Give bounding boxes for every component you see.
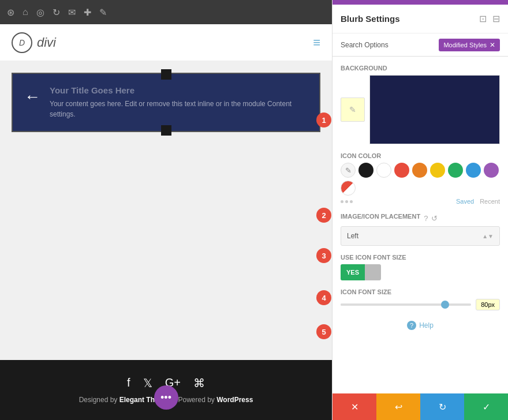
divi-header: D divi ≡ [0, 24, 332, 61]
blurb-handle-top[interactable] [161, 69, 171, 80]
background-preview [369, 75, 500, 144]
modified-styles-button[interactable]: Modified Styles ✕ [439, 39, 500, 51]
help-circle-icon: ? [407, 321, 416, 330]
search-options-label: Search Options [341, 41, 389, 49]
recent-link[interactable]: Recent [480, 198, 500, 205]
color-green[interactable] [448, 163, 463, 178]
help-row: ? Help [341, 321, 500, 330]
settings-panel: Blurb Settings ⊡ ⊟ Search Options Modifi… [332, 0, 508, 420]
placement-select[interactable]: Left ▲▼ [341, 226, 500, 246]
color-red[interactable] [394, 163, 409, 178]
background-color-swatch[interactable]: ✎ [341, 97, 365, 122]
placement-help-icon[interactable]: ? [424, 214, 428, 223]
blurb-title: Your Title Goes Here [50, 85, 308, 95]
cancel-icon: ✕ [351, 402, 358, 412]
redo-button[interactable]: ↻ [420, 393, 464, 420]
slider-row: 80px [341, 299, 500, 310]
blurb-text-area: Your Title Goes Here Your content goes h… [50, 85, 308, 119]
blurb-content: Your content goes here. Edit or remove t… [50, 99, 308, 119]
twitter-icon[interactable]: 𝕏 [143, 376, 152, 390]
blurb-icon: ← [24, 88, 40, 106]
use-icon-font-size-label: Use Icon Font Size [341, 254, 500, 261]
undo-button[interactable]: ↩ [376, 393, 420, 420]
facebook-icon[interactable]: f [127, 376, 130, 390]
color-striped[interactable] [341, 181, 356, 196]
canvas-area: ⊛ ⌂ ◎ ↻ ✉ ✚ ✎ D divi ≡ ← Your Title Goes… [0, 0, 332, 420]
rss-icon[interactable]: ⌘ [193, 376, 205, 390]
panel-title: Blurb Settings [341, 14, 400, 24]
color-blue[interactable] [466, 163, 481, 178]
slider-value[interactable]: 80px [476, 299, 500, 310]
redo-icon: ↻ [439, 402, 446, 412]
saved-link[interactable]: Saved [456, 198, 474, 205]
dot-3 [350, 200, 353, 203]
logo-circle: D [12, 32, 32, 53]
placement-label: Image/Icon Placement [341, 213, 420, 220]
select-arrow-icon: ▲▼ [482, 233, 494, 239]
color-row-bottom: Saved Recent [341, 198, 500, 205]
saved-recent-links: Saved Recent [456, 198, 500, 205]
placement-label-row: Image/Icon Placement ? ↺ [341, 213, 500, 223]
expand-icon[interactable]: ⊡ [479, 13, 487, 24]
home-icon[interactable]: ⌂ [23, 7, 28, 17]
step-badge-4: 4 [316, 290, 331, 305]
divi-logo: D divi [12, 32, 56, 53]
toggle-handle [365, 264, 381, 280]
slider-track[interactable] [341, 303, 471, 306]
placement-section: Image/Icon Placement ? ↺ Left ▲▼ [341, 213, 500, 246]
color-orange[interactable] [412, 163, 427, 178]
toggle-row: YES [341, 264, 500, 280]
icon-font-size-label: Icon Font Size [341, 288, 500, 295]
wordpress-icon[interactable]: ⊛ [7, 7, 14, 18]
toggle-yes: YES [341, 264, 365, 280]
icon-font-size-section: Icon Font Size 80px [341, 288, 500, 310]
icon-color-label: Icon Color [341, 152, 500, 159]
color-yellow[interactable] [430, 163, 445, 178]
comment-icon[interactable]: ✉ [68, 7, 76, 18]
background-section: Background ✎ [341, 65, 500, 144]
help-link[interactable]: Help [419, 321, 434, 329]
clear-modified-icon[interactable]: ✕ [490, 41, 495, 49]
icon-color-section: Icon Color ✎ Saved [341, 152, 500, 205]
slider-fill [341, 303, 445, 306]
modified-styles-label: Modified Styles [443, 42, 487, 48]
undo-icon: ↩ [395, 402, 402, 412]
placement-reset-icon[interactable]: ↺ [431, 214, 438, 223]
search-bar: Search Options Modified Styles ✕ [333, 33, 508, 57]
blurb-module[interactable]: ← Your Title Goes Here Your content goes… [12, 73, 320, 132]
panel-header-icons: ⊡ ⊟ [479, 13, 500, 24]
background-label: Background [341, 65, 500, 72]
more-colors-dots[interactable] [341, 200, 353, 203]
color-black[interactable] [358, 163, 373, 178]
swatch-pencil-icon: ✎ [349, 105, 356, 114]
color-purple[interactable] [484, 163, 499, 178]
confirm-icon: ✓ [483, 402, 490, 412]
add-icon[interactable]: ✚ [84, 7, 91, 18]
hamburger-icon[interactable]: ≡ [313, 35, 320, 50]
dot-1 [341, 200, 343, 203]
step-badge-1: 1 [316, 112, 331, 127]
blurb-handle-bottom[interactable] [161, 125, 171, 136]
color-white[interactable] [376, 163, 391, 178]
minimize-icon[interactable]: ⊟ [492, 13, 500, 24]
step-badge-3: 3 [316, 248, 331, 263]
step-badge-2: 2 [316, 208, 331, 223]
use-icon-font-size-section: Use Icon Font Size YES [341, 254, 500, 280]
refresh-icon[interactable]: ↻ [53, 7, 60, 18]
panel-top-bar [333, 0, 508, 5]
brand-name: divi [37, 35, 56, 50]
panel-header: Blurb Settings ⊡ ⊟ [333, 5, 508, 33]
confirm-button[interactable]: ✓ [464, 393, 508, 420]
toggle-switch[interactable]: YES [341, 264, 381, 280]
color-picker-icon[interactable]: ✎ [341, 163, 356, 178]
cancel-button[interactable]: ✕ [333, 393, 376, 420]
slider-thumb[interactable] [441, 301, 449, 309]
step-badge-5: 5 [316, 324, 331, 339]
color-row: ✎ [341, 163, 500, 196]
panel-content: Background ✎ Icon Color ✎ [333, 57, 508, 393]
palette-icon[interactable]: ◎ [36, 7, 44, 18]
panel-footer: ✕ ↩ ↻ ✓ [333, 393, 508, 420]
floating-menu-button[interactable]: ••• [154, 385, 178, 410]
pencil-icon[interactable]: ✎ [99, 7, 107, 18]
page-content: ← Your Title Goes Here Your content goes… [0, 61, 332, 360]
